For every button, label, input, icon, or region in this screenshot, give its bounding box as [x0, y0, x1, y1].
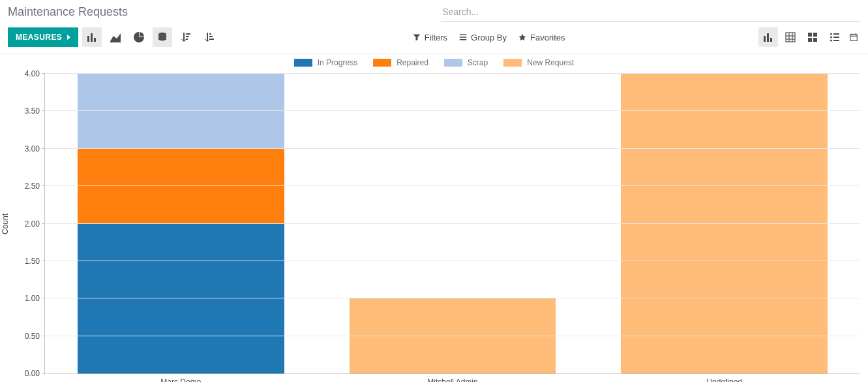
svg-rect-8	[209, 33, 211, 35]
gridline	[45, 148, 860, 149]
ytick-label: 2.00	[25, 219, 45, 229]
legend-swatch	[503, 59, 522, 67]
bar-chart-icon[interactable]	[82, 27, 102, 47]
bar-slot: Mitchell Admin	[317, 74, 589, 374]
legend-label: Repaired	[397, 58, 428, 67]
view-list-icon[interactable]	[825, 27, 845, 47]
bar-segment[interactable]	[350, 298, 556, 374]
view-pivot-icon[interactable]	[781, 27, 800, 47]
measures-button[interactable]: MEASURES	[8, 27, 78, 47]
bar-segment[interactable]	[78, 224, 284, 374]
svg-rect-5	[186, 33, 190, 35]
svg-rect-0	[87, 36, 89, 42]
legend-item[interactable]: Scrap	[444, 58, 488, 67]
view-calendar-icon[interactable]	[847, 27, 860, 47]
legend-label: In Progress	[318, 58, 357, 67]
favorites-button[interactable]: Favorites	[518, 33, 565, 42]
chart-legend: In ProgressRepairedScrapNew Request	[0, 58, 868, 67]
ytick-label: 0.00	[25, 369, 45, 378]
svg-rect-11	[460, 35, 467, 36]
stacked-bar	[78, 74, 284, 374]
svg-rect-13	[460, 39, 467, 40]
bar-segment[interactable]	[621, 74, 828, 374]
legend-label: New Request	[527, 58, 574, 67]
star-icon	[518, 33, 526, 41]
gridline	[45, 110, 860, 111]
gridline	[45, 73, 860, 74]
chart-bars: Marc DemoMitchell AdminUndefined	[45, 74, 860, 374]
funnel-icon	[413, 33, 421, 41]
y-axis-label: Count	[1, 214, 10, 234]
legend-swatch	[373, 59, 391, 67]
search-input[interactable]	[441, 2, 860, 22]
ytick-label: 1.00	[25, 294, 45, 303]
bar-segment[interactable]	[78, 74, 284, 149]
bar-slot: Marc Demo	[45, 74, 317, 374]
svg-rect-32	[850, 35, 858, 41]
svg-rect-6	[186, 36, 189, 37]
svg-rect-9	[209, 36, 213, 37]
legend-item[interactable]: New Request	[503, 58, 574, 67]
stacked-icon[interactable]	[153, 27, 172, 47]
gridline	[45, 223, 860, 224]
bar-segment[interactable]	[78, 149, 284, 224]
svg-rect-27	[833, 33, 839, 35]
x-axis-label: Marc Demo	[45, 374, 317, 382]
chart-plot: Marc DemoMitchell AdminUndefined 0.000.5…	[44, 74, 860, 374]
view-graph-icon[interactable]	[758, 27, 778, 47]
list-icon	[459, 33, 467, 41]
filters-button[interactable]: Filters	[413, 33, 447, 42]
sort-desc-icon[interactable]	[176, 27, 196, 47]
legend-label: Scrap	[468, 58, 488, 67]
stacked-bar	[350, 74, 556, 374]
svg-rect-22	[808, 33, 812, 37]
x-axis-label: Undefined	[588, 374, 860, 382]
svg-rect-7	[186, 39, 188, 40]
group-by-button[interactable]: Group By	[459, 33, 507, 42]
caret-right-icon	[67, 35, 70, 40]
measures-label: MEASURES	[16, 33, 62, 42]
svg-rect-16	[770, 38, 772, 42]
svg-rect-14	[764, 36, 766, 42]
sort-asc-icon[interactable]	[200, 27, 219, 47]
svg-rect-12	[460, 37, 467, 38]
ytick-label: 3.50	[25, 106, 45, 116]
view-kanban-icon[interactable]	[803, 27, 822, 47]
stacked-bar	[621, 74, 828, 374]
ytick-label: 0.50	[25, 332, 45, 341]
legend-item[interactable]: In Progress	[294, 58, 357, 67]
svg-rect-25	[813, 38, 817, 42]
svg-rect-2	[94, 38, 96, 42]
svg-marker-3	[110, 33, 121, 42]
legend-swatch	[444, 59, 462, 67]
svg-rect-23	[813, 33, 817, 37]
svg-rect-1	[91, 33, 93, 42]
line-chart-icon[interactable]	[106, 27, 125, 47]
svg-point-28	[830, 37, 832, 39]
x-axis-label: Mitchell Admin	[317, 374, 589, 382]
gridline	[45, 298, 860, 298]
gridline	[45, 336, 860, 336]
svg-point-30	[830, 40, 832, 42]
bar-slot: Undefined	[588, 74, 860, 374]
ytick-label: 4.00	[25, 69, 45, 78]
svg-rect-29	[833, 37, 839, 38]
filters-label: Filters	[425, 33, 447, 42]
svg-rect-15	[767, 33, 769, 42]
svg-point-4	[158, 33, 166, 35]
legend-swatch	[294, 59, 312, 67]
svg-point-26	[830, 33, 832, 35]
pie-chart-icon[interactable]	[129, 27, 149, 47]
ytick-label: 1.50	[25, 257, 45, 266]
ytick-label: 3.00	[25, 144, 45, 153]
page-title: Maintenance Requests	[8, 5, 128, 19]
gridline	[45, 261, 860, 261]
svg-rect-17	[786, 33, 795, 42]
ytick-label: 2.50	[25, 182, 45, 191]
svg-rect-10	[209, 39, 214, 40]
svg-rect-31	[833, 40, 839, 41]
legend-item[interactable]: Repaired	[373, 58, 428, 67]
svg-rect-24	[808, 38, 812, 42]
favorites-label: Favorites	[530, 33, 565, 42]
group-by-label: Group By	[471, 33, 507, 42]
